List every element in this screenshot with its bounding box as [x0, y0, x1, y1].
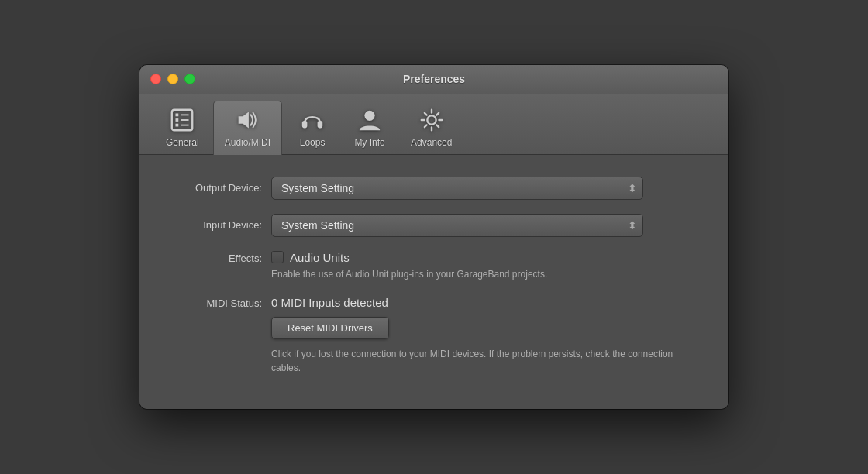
output-device-select[interactable]: System Setting Built-in Output External …	[271, 177, 643, 200]
tab-my-info-label: My Info	[354, 137, 384, 148]
my-info-icon	[356, 106, 384, 134]
svg-line-17	[436, 125, 439, 127]
tab-advanced[interactable]: Advanced	[400, 101, 463, 154]
input-device-dropdown-wrapper: System Setting Built-in Microphone Exter…	[271, 214, 643, 237]
toolbar: General Audio/MIDI	[140, 94, 728, 155]
svg-marker-7	[239, 112, 249, 128]
svg-rect-3	[176, 123, 179, 126]
minimize-button[interactable]	[167, 74, 178, 84]
window-title: Preferences	[403, 73, 465, 85]
tab-loops-label: Loops	[300, 137, 326, 148]
toolbar-tabs: General Audio/MIDI	[140, 101, 728, 154]
audio-units-checkbox[interactable]	[271, 251, 284, 263]
tab-audio-midi[interactable]: Audio/MIDI	[213, 101, 282, 155]
midi-section: MIDI Status: 0 MIDI Inputs detected Rese…	[170, 296, 698, 375]
audio-units-description: Enable the use of Audio Unit plug-ins in…	[271, 268, 698, 281]
tab-general[interactable]: General	[155, 101, 210, 154]
preferences-window: Preferences General	[140, 65, 728, 410]
svg-rect-9	[318, 121, 323, 128]
tab-my-info[interactable]: My Info	[343, 101, 397, 154]
traffic-lights	[150, 74, 195, 84]
audio-midi-icon	[233, 106, 261, 134]
maximize-button[interactable]	[184, 74, 195, 84]
output-device-row: Output Device: System Setting Built-in O…	[170, 177, 698, 200]
effects-section: Effects: Audio Units Enable the use of A…	[170, 251, 698, 281]
preferences-content: Output Device: System Setting Built-in O…	[140, 155, 728, 410]
svg-rect-2	[176, 118, 179, 122]
tab-loops[interactable]: Loops	[285, 101, 339, 154]
titlebar: Preferences	[140, 65, 728, 94]
svg-point-11	[427, 115, 436, 124]
svg-rect-8	[302, 121, 308, 128]
svg-rect-1	[176, 113, 179, 116]
advanced-icon	[418, 106, 446, 134]
output-device-dropdown-wrapper: System Setting Built-in Output External …	[271, 177, 643, 200]
output-device-label: Output Device:	[170, 182, 271, 194]
effects-content: Audio Units Enable the use of Audio Unit…	[271, 251, 698, 281]
svg-line-19	[425, 125, 427, 127]
loops-icon	[298, 106, 326, 134]
audio-units-row: Audio Units	[271, 251, 698, 264]
tab-general-label: General	[166, 137, 199, 148]
close-button[interactable]	[150, 74, 161, 84]
effects-label: Effects:	[170, 251, 271, 264]
input-device-row: Input Device: System Setting Built-in Mi…	[170, 214, 698, 237]
midi-status-value: 0 MIDI Inputs detected	[271, 296, 698, 309]
tab-advanced-label: Advanced	[411, 137, 452, 148]
audio-units-label: Audio Units	[290, 251, 350, 264]
midi-status-label: MIDI Status:	[170, 296, 271, 309]
input-device-label: Input Device:	[170, 219, 271, 231]
svg-line-16	[425, 112, 427, 115]
general-icon	[168, 106, 196, 134]
svg-line-18	[436, 112, 439, 115]
reset-midi-drivers-button[interactable]: Reset MIDI Drivers	[271, 317, 389, 339]
tab-audio-midi-label: Audio/MIDI	[225, 137, 270, 148]
svg-point-10	[364, 110, 374, 120]
midi-content: 0 MIDI Inputs detected Reset MIDI Driver…	[271, 296, 698, 375]
input-device-select[interactable]: System Setting Built-in Microphone Exter…	[271, 214, 643, 237]
midi-description: Click if you lost the connection to your…	[271, 347, 698, 375]
